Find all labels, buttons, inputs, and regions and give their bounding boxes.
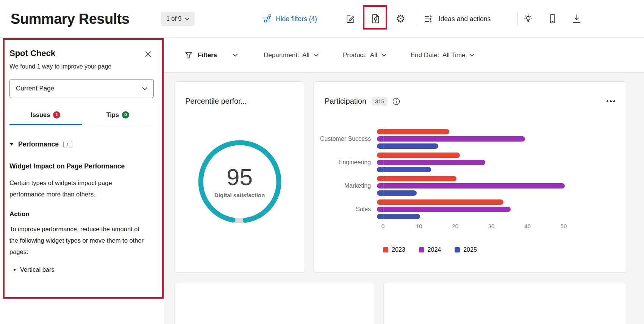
- section-label: Performance: [18, 140, 59, 148]
- lightbulb-button[interactable]: [521, 11, 536, 26]
- x-tick: 30: [488, 223, 495, 229]
- spot-check-tabs: Issues1Tips0: [9, 106, 154, 125]
- action-item: Vertical bars: [20, 264, 154, 275]
- mobile-preview-button[interactable]: [545, 11, 560, 26]
- page-selector-value: 1 of 9: [166, 16, 181, 22]
- gauge-chart: 95 Digital satisfaction: [196, 138, 283, 225]
- bar-group: [377, 153, 485, 172]
- x-tick: 50: [561, 223, 567, 229]
- percentile-widget: Percentile perfor... 95 Digital satisfac…: [174, 81, 305, 273]
- bar-group: [377, 199, 511, 219]
- filter-sliders-icon: [261, 14, 272, 24]
- tab-count-badge: 0: [122, 111, 129, 118]
- tab-issues[interactable]: Issues1: [9, 106, 82, 125]
- settings-button[interactable]: ⚙: [393, 11, 408, 26]
- bar-group: [377, 176, 565, 196]
- edit-page-button[interactable]: [343, 11, 358, 26]
- axis-baseline: [383, 128, 383, 220]
- bar-2025-sales[interactable]: [377, 214, 420, 219]
- hide-filters-button[interactable]: Hide filters (4): [261, 14, 317, 24]
- legend-item-2025[interactable]: 2025: [455, 246, 477, 253]
- widget-title: Percentile perfor...: [185, 97, 247, 106]
- bar-2025-engineering[interactable]: [377, 167, 431, 172]
- filters-label: Filters: [198, 51, 217, 59]
- bar-2023-engineering[interactable]: [377, 153, 460, 158]
- chart-category-row: Customer Success: [314, 129, 627, 149]
- x-tick: 0: [381, 223, 385, 229]
- hide-filters-label: Hide filters (4): [276, 15, 317, 23]
- tab-count-badge: 1: [53, 111, 60, 118]
- issue-description: Certain types of widgets impact page per…: [9, 177, 146, 200]
- lightbulb-icon: [523, 14, 533, 24]
- filter-text: Department: All: [264, 51, 309, 59]
- filter-text: Product: All: [343, 51, 377, 59]
- scope-dropdown[interactable]: Current Page: [9, 79, 154, 98]
- ideas-and-actions-button[interactable]: Ideas and actions: [424, 14, 491, 24]
- legend-label: 2024: [428, 246, 441, 253]
- legend-swatch: [419, 247, 424, 252]
- tab-tips[interactable]: Tips0: [82, 106, 154, 125]
- bar-2025-customer-success[interactable]: [377, 143, 438, 149]
- ideas-and-actions-label: Ideas and actions: [439, 15, 491, 23]
- bar-2023-sales[interactable]: [377, 199, 503, 205]
- filter-end-date[interactable]: End Date: All Time: [411, 51, 475, 59]
- funnel-icon: [184, 51, 193, 59]
- more-options-icon[interactable]: [606, 98, 616, 104]
- bar-2023-marketing[interactable]: [377, 176, 456, 181]
- info-icon[interactable]: [392, 97, 400, 106]
- download-button[interactable]: [569, 11, 584, 26]
- toolbar-divider: [418, 12, 418, 25]
- filter-department[interactable]: Department: All: [264, 51, 319, 59]
- chart-category-row: Sales: [314, 199, 627, 219]
- download-icon: [572, 14, 582, 24]
- filter-product[interactable]: Product: All: [343, 51, 386, 59]
- legend-item-2024[interactable]: 2024: [419, 246, 441, 253]
- chevron-down-icon: [381, 53, 386, 57]
- action-description: To improve performance, reduce the amoun…: [9, 223, 146, 257]
- page-selector-dropdown[interactable]: 1 of 9: [161, 12, 195, 26]
- page-title: Summary Results: [11, 11, 130, 27]
- spot-check-subtitle: We found 1 way to improve your page: [9, 63, 154, 70]
- edit-icon: [345, 14, 356, 24]
- gear-icon: ⚙: [395, 14, 405, 24]
- gauge-value: 95: [227, 165, 253, 189]
- chart-category-row: Marketing: [314, 176, 627, 196]
- chart-legend: 202320242025: [383, 246, 627, 253]
- top-header: Summary Results 1 of 9 Hide filters (4): [0, 0, 644, 38]
- action-heading: Action: [9, 210, 154, 218]
- legend-item-2023[interactable]: 2023: [383, 246, 405, 253]
- spot-check-button[interactable]: [368, 11, 383, 26]
- legend-label: 2025: [463, 246, 477, 253]
- chevron-down-icon: [233, 53, 238, 57]
- mobile-phone-icon: [547, 14, 558, 24]
- filters-bar: Filters Department: AllProduct: AllEnd D…: [164, 38, 644, 73]
- bar-2024-customer-success[interactable]: [377, 136, 525, 142]
- category-label: Sales: [314, 206, 377, 213]
- category-label: Marketing: [314, 182, 377, 189]
- spot-check-panel: Spot Check We found 1 way to improve you…: [5, 39, 162, 298]
- gauge-label: Digital satisfaction: [214, 192, 265, 198]
- bar-2024-marketing[interactable]: [377, 183, 565, 188]
- x-tick: 20: [452, 223, 458, 229]
- bar-2023-customer-success[interactable]: [377, 129, 449, 134]
- x-tick: 40: [524, 223, 531, 229]
- participation-bar-chart: Customer SuccessEngineeringMarketingSale…: [314, 129, 627, 253]
- action-item-list: Vertical bars: [9, 264, 154, 275]
- filters-toggle[interactable]: Filters: [184, 51, 238, 59]
- collapse-triangle-icon: [9, 143, 14, 146]
- dashboard-content: Filters Department: AllProduct: AllEnd D…: [164, 38, 644, 324]
- chart-category-row: Engineering: [314, 153, 627, 172]
- close-icon[interactable]: [143, 49, 153, 59]
- performance-section-toggle[interactable]: Performance 1: [9, 140, 154, 148]
- bar-2024-engineering[interactable]: [377, 160, 485, 165]
- issue-title: Widget Impact on Page Performance: [9, 160, 134, 172]
- partial-widget: [383, 282, 627, 324]
- bar-2024-sales[interactable]: [377, 207, 511, 212]
- widgets-row: Percentile perfor... 95 Digital satisfac…: [174, 81, 644, 273]
- widgets-row-partial: [174, 282, 644, 324]
- filter-dropdowns: Department: AllProduct: AllEnd Date: All…: [264, 51, 474, 59]
- chevron-down-icon: [314, 53, 319, 57]
- legend-label: 2023: [392, 246, 405, 253]
- participation-widget: Participation 315 Cu: [314, 81, 627, 273]
- page-lightbulb-icon: [370, 14, 381, 24]
